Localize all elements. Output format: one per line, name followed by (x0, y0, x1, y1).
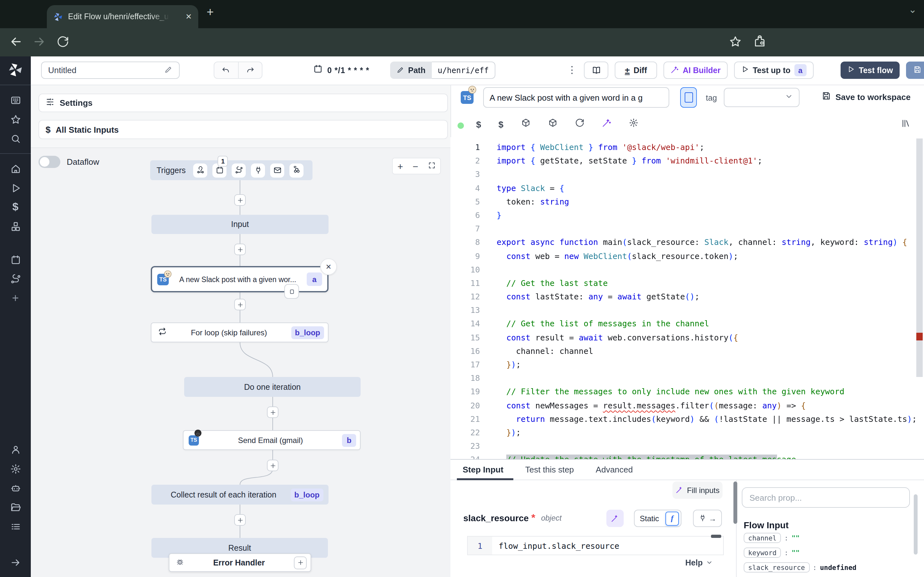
add-step-button[interactable] (267, 406, 278, 418)
path-value-input[interactable]: u/henri/eff (432, 61, 495, 79)
sidebar-item-ai[interactable] (0, 478, 31, 498)
package-icon[interactable] (548, 118, 557, 130)
flow-node-do-one-iteration[interactable]: Do one iteration (184, 377, 360, 397)
sidebar-item-add[interactable]: + (0, 288, 31, 308)
flow-node-collect-result[interactable]: Collect result of each iteration b_loop (152, 485, 328, 504)
redo-button[interactable] (238, 62, 262, 78)
sidebar-item-variables[interactable]: $ (0, 197, 31, 217)
step-summary-input[interactable]: A new Slack post with a given word in a … (483, 87, 669, 108)
trigger-poll-button[interactable] (290, 163, 304, 177)
sidebar-item-home[interactable] (0, 159, 31, 178)
add-step-button[interactable] (234, 243, 246, 255)
new-tab-button[interactable]: + (207, 5, 214, 19)
reload-icon[interactable] (575, 118, 584, 130)
flow-node-slack-step[interactable]: TS A new Slack post with a given wor... … (151, 266, 328, 292)
flow-node-send-email[interactable]: TS Send Email (gmail) b (183, 430, 360, 450)
add-step-button[interactable] (234, 299, 246, 310)
expression-editor[interactable]: 1 flow_input.slack_resource (467, 536, 724, 555)
gear-icon[interactable] (628, 118, 638, 130)
flow-canvas[interactable]: Dataflow + − Triggers 1 (31, 148, 451, 577)
reload-icon[interactable] (57, 35, 69, 51)
all-static-inputs-bar[interactable]: $ All Static Inputs (39, 120, 448, 139)
tab-test-this-step[interactable]: Test this step (525, 465, 574, 474)
add-step-button[interactable] (234, 514, 246, 526)
flow-input-prop-row[interactable]: keyword : "" (744, 548, 800, 558)
trigger-webhook-button[interactable] (194, 163, 208, 177)
trigger-route-button[interactable] (232, 163, 246, 177)
panel-scrollbar[interactable] (733, 482, 737, 524)
test-up-to-button[interactable]: Test up to a (734, 61, 814, 79)
fit-view-icon[interactable] (428, 160, 435, 172)
flow-node-input[interactable]: Input (152, 215, 328, 234)
forward-icon[interactable] (32, 35, 46, 51)
flow-input-prop-row[interactable]: channel : "" (744, 533, 800, 543)
editor-scrollbar[interactable] (916, 139, 923, 377)
trigger-schedule-button[interactable]: 1 (213, 163, 227, 177)
sidebar-item-favorites[interactable] (0, 110, 31, 129)
prop-pill[interactable]: slack_resource (744, 562, 809, 572)
code-editor[interactable]: 1import { WebClient } from '@slack/web-a… (451, 137, 916, 459)
flow-name-input[interactable]: Untitled (41, 61, 180, 79)
search-prop-input[interactable]: Search prop... (742, 487, 910, 508)
sidebar-item-workers[interactable] (0, 517, 31, 536)
sidebar-item-runs[interactable] (0, 178, 31, 197)
edit-pencil-icon[interactable] (164, 64, 173, 76)
ai-wand-icon[interactable] (602, 118, 611, 130)
package-icon[interactable] (521, 118, 530, 130)
static-toggle-group[interactable]: Static f (634, 510, 682, 527)
sidebar-item-settings[interactable] (0, 459, 31, 478)
draft-button[interactable]: Draft (906, 61, 924, 79)
ai-fill-button[interactable] (606, 510, 624, 527)
diff-button[interactable]: ± Diff (615, 61, 657, 79)
schedule-cron[interactable]: 0 */1 * * * * (313, 61, 369, 79)
zoom-out-icon[interactable]: − (413, 161, 418, 171)
settings-bar[interactable]: Settings (39, 93, 448, 112)
docs-button[interactable] (584, 61, 608, 79)
tab-close-icon[interactable]: ✕ (186, 12, 192, 21)
trigger-email-button[interactable] (270, 163, 284, 177)
more-kebab-icon[interactable]: ⋮ (567, 64, 577, 76)
sidebar-item-resources[interactable] (0, 217, 31, 236)
fill-inputs-button[interactable]: Fill inputs (672, 482, 722, 499)
bookmark-star-icon[interactable] (729, 35, 742, 51)
path-button[interactable]: Path (390, 61, 432, 79)
save-to-workspace-button[interactable]: Save to workspace (821, 91, 911, 103)
windmill-logo-icon[interactable] (0, 60, 31, 79)
variables-icon[interactable]: $ (476, 119, 481, 129)
zoom-in-icon[interactable]: + (397, 161, 403, 171)
tab-step-input[interactable]: Step Input (463, 465, 503, 474)
skip-step-button[interactable] (284, 284, 299, 299)
function-mode-button[interactable]: f (666, 511, 679, 525)
sidebar-item-schedules[interactable] (0, 250, 31, 269)
add-step-button[interactable] (234, 194, 246, 206)
sidebar-expand-icon[interactable] (0, 553, 31, 572)
prop-pill[interactable]: keyword (744, 548, 781, 558)
test-flow-button[interactable]: Test flow (841, 61, 900, 79)
flow-node-for-loop[interactable]: For loop (skip failures) b_loop (151, 322, 328, 342)
add-step-button[interactable] (267, 460, 278, 471)
prop-pill[interactable]: channel (744, 533, 781, 543)
delete-step-button[interactable]: ✕ (320, 258, 337, 275)
help-button[interactable]: Help (685, 557, 713, 569)
right-column-scrollbar[interactable] (914, 494, 918, 554)
sidebar-item-routes[interactable] (0, 269, 31, 288)
extensions-puzzle-icon[interactable] (753, 35, 766, 51)
undo-button[interactable] (214, 62, 238, 78)
tag-select[interactable] (724, 88, 800, 107)
ai-builder-button[interactable]: AI Builder (664, 61, 728, 79)
connect-input-group[interactable]: → (693, 510, 722, 527)
trigger-websocket-button[interactable] (251, 163, 265, 177)
flow-node-error-handler[interactable]: Error Handler (169, 553, 311, 572)
dataflow-toggle[interactable] (39, 156, 60, 168)
sidebar-item-apps[interactable] (0, 90, 31, 110)
editor-drawer-button[interactable] (680, 87, 697, 108)
library-icon[interactable] (901, 119, 911, 131)
sidebar-item-search[interactable] (0, 129, 31, 148)
sidebar-item-account[interactable] (0, 440, 31, 459)
resources-icon[interactable]: $ (499, 119, 504, 129)
add-error-handler-button[interactable] (294, 556, 307, 569)
browser-tab[interactable]: Edit Flow u/henri/effective_un ✕ (47, 5, 198, 28)
back-icon[interactable] (9, 35, 23, 51)
tab-advanced[interactable]: Advanced (596, 465, 633, 474)
flow-input-prop-row[interactable]: slack_resource : undefined (744, 562, 857, 572)
